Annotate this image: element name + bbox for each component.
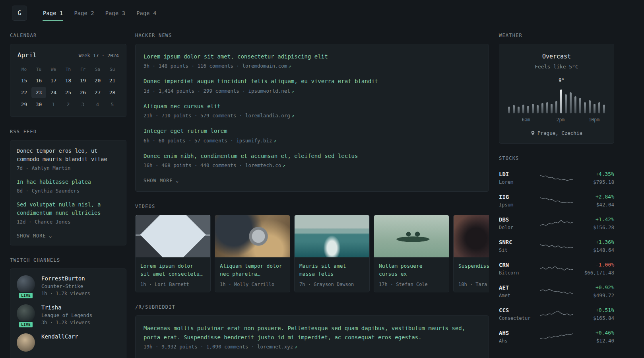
hackernews-item-title[interactable]: Lorem ipsum dolor sit amet, consectetur … [144, 52, 481, 61]
twitch-channel-info: Trisha League of Legends 3h · 1.2k viewe… [41, 304, 92, 325]
video-title[interactable]: Suspendisse diam [458, 262, 489, 278]
stock-change: +1.36% [576, 239, 614, 245]
stock-row[interactable]: SNRC Sit +1.36% $148.64 [499, 235, 614, 257]
twitch-channel-meta: 1h · 1.7k viewers [41, 291, 90, 296]
hackernews-item-title[interactable]: Integer eget rutrum lorem [144, 126, 481, 135]
calendar-day-next-month: 2 [61, 99, 76, 110]
stock-row[interactable]: IIG Ipsum +2.84% $42.04 [499, 189, 614, 212]
hackernews-item-domain[interactable]: ipsumify.biz [236, 138, 272, 144]
stock-values: +2.84% $42.04 [576, 194, 614, 208]
subreddit-item-domain[interactable]: loremnet.xyz [257, 344, 293, 350]
tab-page-3[interactable]: Page 3 [100, 4, 131, 22]
stock-change: +2.84% [576, 194, 614, 200]
stock-change: +0.46% [576, 330, 614, 336]
weather-bar [579, 98, 581, 113]
rss-show-more-button[interactable]: SHOW MORE ⌄ [17, 233, 52, 239]
section-title-rss: RSS FEED [10, 129, 126, 134]
video-card[interactable]: Nullam posuere cursus ex 17h · Stefan Co… [374, 215, 449, 292]
live-badge: LIVE [18, 321, 33, 328]
hackernews-item-title[interactable]: Donec enim nibh, condimentum et accumsan… [144, 152, 481, 160]
calendar-dow: Sa [90, 64, 105, 74]
twitch-channel-info: KendallCarr [41, 333, 78, 352]
twitch-card: LIVE ForrestBurton Counter-Strike 1h · 1… [10, 268, 126, 358]
hackernews-item-title[interactable]: Aliquam nec cursus elit [144, 102, 481, 111]
video-meta: 1h · Molly Carrillo [220, 282, 285, 287]
twitch-channel-row[interactable]: LIVE ForrestBurton Counter-Strike 1h · 1… [17, 275, 120, 296]
videos-section: VIDEOS Lorem ipsum dolor sit amet consec… [135, 204, 489, 292]
stock-row[interactable]: DBS Dolor +1.42% $156.28 [499, 212, 614, 235]
hackernews-item-stats: 6h · 60 points · 57 comments · [144, 138, 236, 144]
hackernews-item-title[interactable]: Donec imperdiet augue tincidunt felis al… [144, 77, 481, 86]
stock-ticker: CCS [499, 307, 537, 313]
tab-page-4[interactable]: Page 4 [131, 4, 162, 22]
subreddit-item-title[interactable]: Maecenas mollis pulvinar erat non posuer… [144, 324, 481, 342]
twitch-channel-category: League of Legends [41, 312, 92, 318]
calendar-day: 27 [90, 87, 105, 98]
weather-highlight-temp: 9° [559, 78, 564, 83]
hackernews-item-domain[interactable]: loremlandia.org [245, 113, 290, 119]
rss-item-title[interactable]: Donec tempor eros leo, ut commodo mauris… [17, 147, 120, 163]
subreddit-item-meta: 19h · 9,932 points · 1,090 comments · lo… [144, 344, 481, 350]
app-logo[interactable]: G [12, 6, 27, 21]
stock-name: Consectetur [499, 315, 537, 321]
twitch-channel-category: Counter-Strike [41, 283, 90, 289]
calendar-day: 18 [61, 75, 76, 86]
stock-row[interactable]: AET Amet +0.92% $499.72 [499, 280, 614, 303]
calendar-day: 22 [17, 87, 31, 98]
stock-price: $156.28 [576, 224, 614, 230]
tab-page-2[interactable]: Page 2 [68, 4, 99, 22]
video-title[interactable]: Lorem ipsum dolor sit amet consectetu… [140, 262, 206, 278]
rss-card: Donec tempor eros leo, ut commodo mauris… [10, 140, 126, 245]
rss-item-title[interactable]: In hac habitasse platea [17, 178, 120, 186]
video-title[interactable]: Nullam posuere cursus ex [379, 262, 444, 278]
hackernews-item-domain[interactable]: ipsumworld.net [248, 88, 290, 94]
hackernews-item-meta: 21h · 710 points · 579 comments · loreml… [144, 113, 481, 119]
stock-name: Amet [499, 293, 537, 298]
tab-page-1[interactable]: Page 1 [37, 4, 68, 22]
video-card[interactable]: Suspendisse diam 18h · Tara [453, 215, 489, 292]
rss-item-title[interactable]: Sed volutpat nulla nisl, a condimentum n… [17, 200, 120, 217]
stock-values: +0.46% $12.40 [576, 330, 614, 344]
stock-id: SNRC Sit [499, 239, 537, 253]
video-card[interactable]: Aliquam tempor dolor nec pharetra… 1h · … [215, 215, 290, 292]
video-meta: 18h · Tara [458, 282, 489, 287]
calendar-day: 21 [105, 75, 120, 86]
stock-row[interactable]: AHS Ahs +0.46% $12.40 [499, 325, 614, 348]
stock-values: -1.00% $66,171.48 [576, 262, 614, 276]
hackernews-item: Aliquam nec cursus elit 21h · 710 points… [144, 102, 481, 119]
stock-name: Sit [499, 247, 537, 253]
calendar-day: 30 [31, 99, 46, 110]
stock-ticker: DBS [499, 216, 537, 223]
rss-item-meta: 7d · Ashlyn Martin [17, 165, 120, 171]
video-body: Suspendisse diam 18h · Tara [454, 257, 489, 292]
subreddit-item-stats: 19h · 9,932 points · 1,090 comments · [144, 344, 257, 350]
video-thumbnail [295, 215, 369, 257]
stock-values: +1.36% $148.64 [576, 239, 614, 253]
stock-row[interactable]: CRN Bitcorn -1.00% $66,171.48 [499, 257, 614, 280]
video-card[interactable]: Mauris sit amet massa felis 7h · Grayson… [294, 215, 370, 292]
stock-ticker: CRN [499, 262, 537, 268]
weather-location: Prague, Czechia [507, 130, 606, 136]
twitch-channel-row[interactable]: KendallCarr [17, 333, 120, 352]
weather-bar [541, 103, 543, 113]
stock-id: DBS Dolor [499, 216, 537, 230]
hackernews-item-domain[interactable]: loremdomain.com [242, 63, 287, 69]
external-link-icon: ↗ [294, 344, 297, 350]
weather-bar [589, 100, 591, 113]
stock-name: Ahs [499, 338, 537, 344]
weather-feels-like: Feels like 5°C [507, 64, 606, 70]
twitch-channel-row[interactable]: LIVE Trisha League of Legends 3h · 1.2k … [17, 304, 120, 325]
hackernews-item-domain[interactable]: loremtech.co [245, 162, 281, 168]
video-title[interactable]: Aliquam tempor dolor nec pharetra… [220, 262, 285, 278]
calendar-day-selected: 23 [31, 87, 46, 98]
hackernews-show-more-button[interactable]: SHOW MORE ⌄ [144, 178, 179, 183]
calendar-day-next-month: 3 [76, 99, 90, 110]
hackernews-item-stats: 16h · 468 points · 440 comments · [144, 162, 245, 168]
video-card[interactable]: Lorem ipsum dolor sit amet consectetu… 1… [135, 215, 211, 292]
rss-item: Sed volutpat nulla nisl, a condimentum n… [17, 200, 120, 225]
stock-row[interactable]: LDI Lorem +4.35% $795.18 [499, 167, 614, 189]
video-title[interactable]: Mauris sit amet massa felis [299, 262, 365, 278]
twitch-avatar-wrap: LIVE [17, 304, 35, 325]
calendar-day: 17 [46, 75, 61, 86]
stock-row[interactable]: CCS Consectetur +0.51% $165.84 [499, 303, 614, 325]
